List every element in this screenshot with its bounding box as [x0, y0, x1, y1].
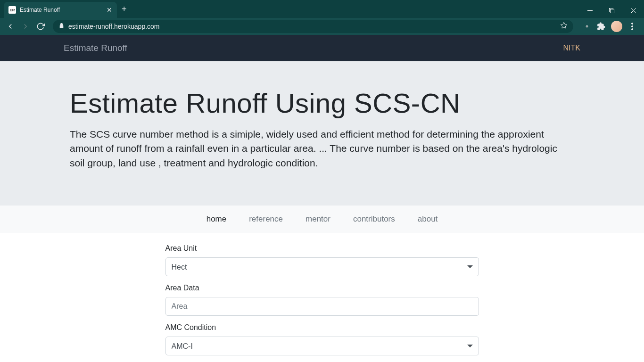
- lock-icon: [58, 22, 65, 31]
- svg-rect-2: [610, 9, 614, 13]
- amc-condition-select[interactable]: AMC-I: [165, 337, 479, 355]
- svg-point-10: [632, 29, 633, 30]
- svg-point-8: [632, 23, 633, 25]
- menu-dots-icon[interactable]: [628, 22, 636, 31]
- site-navbar: Estimate Runoff NITK: [0, 35, 644, 61]
- tab-contributors[interactable]: contributors: [353, 214, 395, 224]
- area-data-input[interactable]: [165, 297, 479, 316]
- extensions-puzzle-icon[interactable]: [597, 22, 605, 31]
- forward-button[interactable]: [19, 20, 32, 33]
- tab-reference[interactable]: reference: [249, 214, 283, 224]
- minimize-button[interactable]: [579, 3, 601, 18]
- tab-home[interactable]: home: [206, 214, 227, 224]
- favicon: ER: [8, 6, 16, 14]
- close-tab-icon[interactable]: ✕: [107, 6, 112, 14]
- svg-point-7: [586, 25, 588, 27]
- browser-titlebar: ER Estimate Runoff ✕ +: [0, 0, 644, 18]
- area-unit-select[interactable]: Hect: [165, 257, 479, 276]
- nav-link-nitk[interactable]: NITK: [563, 44, 580, 52]
- tab-title: Estimate Runoff: [20, 7, 103, 13]
- close-window-button[interactable]: [622, 3, 644, 18]
- tab-about[interactable]: about: [418, 214, 438, 224]
- back-button[interactable]: [4, 20, 17, 33]
- form-section: Area Unit Hect Area Data AMC Condition A…: [0, 233, 644, 362]
- profile-avatar[interactable]: [611, 21, 622, 32]
- tab-mentor[interactable]: mentor: [305, 214, 330, 224]
- svg-point-9: [632, 26, 633, 27]
- extension-icon[interactable]: [583, 22, 591, 31]
- reload-button[interactable]: [34, 20, 47, 33]
- sub-nav: home reference mentor contributors about: [0, 206, 644, 233]
- amc-condition-label: AMC Condition: [165, 323, 479, 332]
- svg-marker-6: [561, 22, 567, 28]
- address-bar[interactable]: estimate-runoff.herokuapp.com: [53, 20, 573, 33]
- bookmark-star-icon[interactable]: [560, 22, 568, 31]
- page-viewport[interactable]: Estimate Runoff NITK Estimate Runoff Usi…: [0, 35, 644, 362]
- nav-brand[interactable]: Estimate Runoff: [64, 43, 127, 53]
- browser-toolbar: estimate-runoff.herokuapp.com: [0, 18, 644, 35]
- area-unit-label: Area Unit: [165, 244, 479, 253]
- area-data-label: Area Data: [165, 284, 479, 292]
- new-tab-button[interactable]: +: [122, 4, 127, 14]
- browser-tab[interactable]: ER Estimate Runoff ✕: [4, 2, 117, 18]
- maximize-button[interactable]: [601, 3, 622, 18]
- hero-description: The SCS curve number method is a simiple…: [70, 127, 574, 170]
- url-text: estimate-runoff.herokuapp.com: [68, 23, 556, 30]
- hero-section: Estimate Runoff Using SCS-CN The SCS cur…: [0, 61, 644, 206]
- page-title: Estimate Runoff Using SCS-CN: [70, 87, 574, 119]
